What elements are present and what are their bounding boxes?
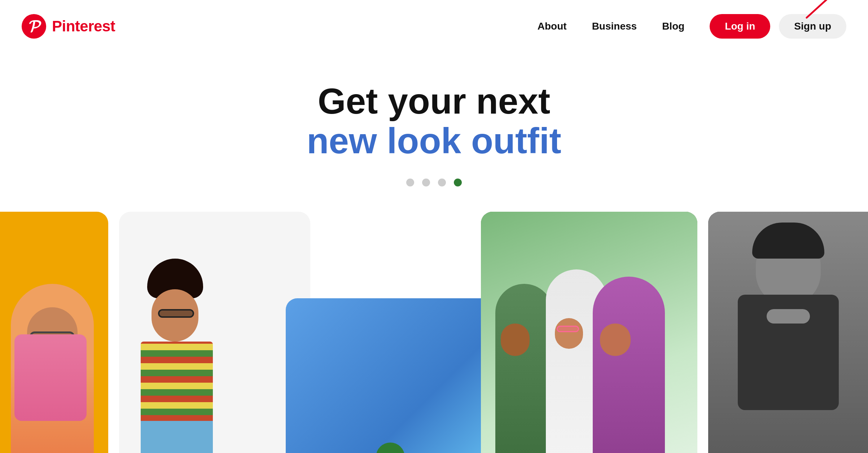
dot-3[interactable] [438, 179, 446, 186]
pinterest-logo-icon: 𝓟 [22, 14, 46, 39]
outdoor-figure-2-head [555, 318, 583, 349]
nav-buttons: Log in Sign up [710, 14, 846, 39]
stripe-woman-torso [141, 342, 213, 428]
carousel-dots [0, 179, 868, 186]
stripe-woman-glasses [158, 309, 194, 318]
chevron-down-icon [383, 450, 397, 453]
nav-business[interactable]: Business [592, 21, 637, 32]
main-nav: About Business Blog Log in Sign up [538, 14, 846, 39]
card-yellow-man [0, 212, 108, 453]
stripe-woman-pants [141, 421, 213, 453]
card-center-image [286, 298, 495, 453]
nav-about[interactable]: About [538, 21, 567, 32]
card-grayscale-man [708, 212, 868, 453]
hero-line1: Get your next [0, 81, 868, 121]
outdoor-figure-2-glasses [557, 326, 579, 332]
gray-man-hands [767, 309, 810, 324]
card-stripe-woman [119, 212, 310, 453]
hero-section: Get your next new look outfit [0, 52, 868, 204]
nav-blog[interactable]: Blog [662, 21, 684, 32]
outdoor-figure-3-head [600, 324, 631, 356]
signup-button[interactable]: Sign up [779, 14, 846, 39]
dot-4-active[interactable] [454, 179, 462, 186]
header: 𝓟 Pinterest About Business Blog Log in S… [0, 0, 868, 52]
hero-title-blue: new look outfit [307, 120, 561, 161]
outdoor-figure-1-head [501, 324, 530, 356]
hero-title-black: Get your next [318, 81, 551, 121]
outdoor-figure-3 [593, 277, 665, 453]
dot-1[interactable] [406, 179, 414, 186]
dot-2[interactable] [422, 179, 430, 186]
login-button[interactable]: Log in [710, 14, 770, 39]
hero-line2: new look outfit [0, 121, 868, 160]
outdoor-figure-1 [495, 284, 553, 453]
yellow-man-shirt [14, 334, 87, 421]
card-outdoor-group [481, 212, 697, 453]
logo-text: Pinterest [52, 18, 115, 35]
card-center [310, 212, 470, 453]
logo-area: 𝓟 Pinterest [22, 14, 115, 39]
image-strip [0, 212, 868, 453]
